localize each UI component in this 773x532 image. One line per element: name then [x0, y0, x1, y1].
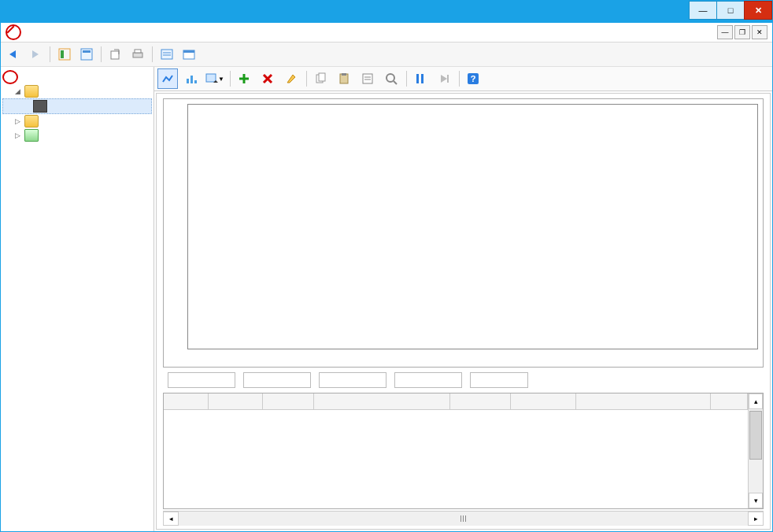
scroll-right-button[interactable]: ▸	[748, 512, 764, 526]
maximize-button[interactable]: □	[716, 1, 745, 20]
delete-counter-button[interactable]	[257, 68, 278, 89]
menu-window[interactable]	[70, 30, 83, 35]
col-show[interactable]	[164, 393, 209, 409]
svg-rect-14	[194, 80, 197, 83]
chart-toolbar: ▼ ?	[154, 67, 772, 91]
export-button[interactable]	[106, 45, 125, 64]
scroll-down-button[interactable]: ▾	[749, 493, 763, 508]
expand-icon[interactable]: ▷	[13, 117, 21, 125]
svg-point-23	[386, 74, 394, 82]
detail-panel: ▼ ?	[154, 67, 772, 531]
col-scale[interactable]	[263, 393, 314, 409]
navigation-toolbar	[1, 42, 772, 67]
view-histogram-button[interactable]	[181, 68, 202, 89]
minimize-button[interactable]: —	[689, 1, 717, 20]
chart-canvas[interactable]	[187, 104, 758, 349]
collapse-icon[interactable]: ◢	[13, 87, 21, 95]
menu-view[interactable]	[56, 30, 68, 35]
close-button[interactable]: ✕	[744, 1, 772, 20]
svg-rect-3	[83, 50, 91, 53]
options-button[interactable]	[157, 45, 176, 64]
tree-data-collector-sets[interactable]: ▷	[2, 114, 152, 128]
perf-icon	[2, 70, 18, 84]
col-counter[interactable]	[314, 393, 450, 409]
reports-icon	[24, 129, 39, 142]
x-axis	[187, 351, 758, 365]
scroll-track[interactable]	[749, 409, 763, 493]
tree-monitoring-tools[interactable]: ◢	[2, 84, 152, 98]
svg-rect-13	[190, 76, 193, 83]
main-area: ◢ ▷ ▷ ▼	[1, 67, 772, 531]
col-instance[interactable]	[450, 393, 511, 409]
scroll-left-button[interactable]: ◂	[163, 512, 179, 526]
svg-rect-15	[206, 74, 216, 82]
col-object[interactable]	[576, 393, 711, 409]
chart-area[interactable]	[163, 98, 764, 368]
show-hide-tree-button[interactable]	[55, 45, 74, 64]
svg-line-24	[394, 81, 397, 84]
add-counter-button[interactable]	[234, 68, 254, 89]
col-computer[interactable]	[711, 393, 748, 409]
svg-rect-17	[319, 73, 325, 81]
properties-button[interactable]	[77, 45, 96, 64]
col-parent[interactable]	[511, 393, 576, 409]
child-close-button[interactable]: ✕	[752, 25, 767, 39]
tree-root[interactable]	[2, 70, 152, 84]
svg-rect-12	[187, 79, 189, 83]
menu-file[interactable]	[28, 30, 40, 35]
dur-value	[470, 372, 528, 388]
svg-rect-4	[111, 51, 119, 59]
copy-button[interactable]	[310, 68, 331, 89]
folder-icon	[24, 85, 39, 98]
grid-header[interactable]	[164, 393, 748, 410]
svg-rect-6	[135, 50, 141, 53]
counter-grid[interactable]: ▴ ▾	[163, 393, 764, 509]
svg-rect-25	[416, 74, 419, 83]
scroll-up-button[interactable]: ▴	[749, 393, 763, 409]
menubar: — ❐ ✕	[1, 23, 772, 42]
svg-rect-27	[447, 75, 449, 83]
view-graph-button[interactable]	[157, 68, 178, 89]
max-value	[394, 372, 462, 388]
print-button[interactable]	[128, 45, 147, 64]
menu-action[interactable]	[42, 30, 54, 35]
forward-button[interactable]	[26, 45, 45, 64]
menu-help[interactable]	[84, 30, 97, 35]
tree-reports[interactable]: ▷	[2, 128, 152, 142]
vertical-scrollbar[interactable]: ▴ ▾	[748, 393, 763, 508]
freeze-button[interactable]	[410, 68, 431, 89]
child-minimize-button[interactable]: —	[717, 25, 733, 39]
calendar-button[interactable]	[179, 45, 198, 64]
zoom-button[interactable]	[381, 68, 401, 89]
content-area: ▴ ▾ ◂ ▸	[156, 93, 771, 530]
stats-bar	[160, 368, 767, 393]
svg-rect-11	[183, 50, 194, 53]
folder-icon	[24, 115, 39, 127]
svg-text:?: ?	[471, 74, 476, 83]
y-axis	[164, 104, 186, 349]
update-button[interactable]	[434, 68, 454, 89]
expand-icon[interactable]: ▷	[13, 131, 21, 139]
col-color[interactable]	[209, 393, 263, 409]
scroll-track[interactable]	[179, 512, 748, 526]
monitor-icon	[33, 100, 47, 113]
display-type-dropdown[interactable]: ▼	[205, 68, 225, 89]
child-restore-button[interactable]: ❐	[734, 25, 750, 39]
last-value	[168, 372, 235, 388]
child-window-controls: — ❐ ✕	[717, 25, 767, 39]
properties-chart-button[interactable]	[357, 68, 378, 89]
svg-rect-5	[133, 53, 142, 57]
app-icon	[6, 24, 21, 40]
back-button[interactable]	[4, 45, 23, 64]
svg-rect-1	[61, 50, 64, 58]
scroll-thumb[interactable]	[749, 411, 762, 460]
horizontal-scrollbar[interactable]: ◂ ▸	[163, 511, 764, 526]
avg-value	[243, 372, 311, 388]
titlebar[interactable]: — □ ✕	[1, 1, 772, 23]
window: — □ ✕ — ❐ ✕	[0, 0, 773, 532]
help-button[interactable]: ?	[463, 68, 483, 89]
highlight-button[interactable]	[281, 68, 301, 89]
paste-button[interactable]	[334, 68, 354, 89]
navigation-tree[interactable]: ◢ ▷ ▷	[1, 67, 154, 531]
tree-performance-monitor[interactable]	[2, 98, 152, 114]
